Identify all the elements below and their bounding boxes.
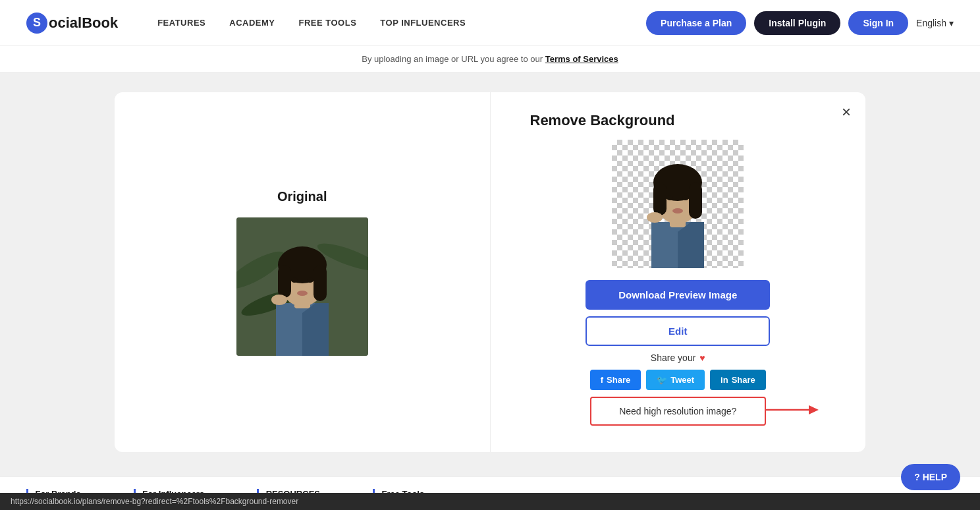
- share-section: Share your ♥ f Share 🐦 Tweet in Share: [590, 353, 766, 426]
- sign-in-button[interactable]: Sign In: [848, 11, 908, 35]
- svg-point-27: [647, 212, 663, 223]
- svg-rect-20: [653, 183, 667, 215]
- edit-button[interactable]: Edit: [585, 316, 770, 346]
- nav-features[interactable]: FEATURES: [157, 18, 205, 28]
- nav-right: Purchase a Plan Install Plugin Sign In E…: [646, 11, 954, 35]
- twitter-icon: 🐦: [657, 375, 667, 385]
- close-button[interactable]: ×: [842, 104, 851, 120]
- original-panel: Original: [115, 92, 490, 452]
- arrow-annotation: [759, 397, 819, 426]
- language-label: English: [916, 18, 946, 28]
- remove-bg-title: Remove Background: [530, 112, 675, 129]
- install-plugin-button[interactable]: Install Plugin: [754, 11, 840, 35]
- svg-marker-14: [302, 303, 329, 356]
- facebook-share-button[interactable]: f Share: [590, 370, 641, 390]
- linkedin-icon: in: [721, 375, 728, 385]
- main-content: Original: [0, 72, 980, 510]
- facebook-share-label: Share: [607, 375, 630, 385]
- svg-rect-9: [313, 265, 327, 301]
- facebook-icon: f: [601, 375, 603, 385]
- chevron-down-icon: ▾: [949, 18, 954, 28]
- svg-point-23: [682, 195, 689, 200]
- linkedin-share-button[interactable]: in Share: [710, 370, 766, 390]
- svg-point-24: [672, 208, 683, 213]
- main-header: S ocialBook FEATURES ACADEMY FREE TOOLS …: [0, 0, 980, 46]
- share-text: Share your: [651, 353, 695, 363]
- language-selector[interactable]: English ▾: [916, 18, 954, 28]
- modal-card: Original: [115, 92, 865, 452]
- original-image: [236, 217, 368, 356]
- svg-rect-8: [278, 265, 291, 298]
- twitter-share-label: Tweet: [670, 375, 694, 385]
- status-bar: https://socialbook.io/plans/remove-bg?re…: [0, 493, 980, 510]
- share-label: Share your ♥: [651, 353, 705, 363]
- result-image-container: [612, 140, 744, 268]
- svg-point-11: [307, 277, 313, 283]
- checkerboard-bg: [612, 140, 744, 268]
- nav-top-influencers[interactable]: TOP INFLUENCERS: [380, 18, 466, 28]
- svg-marker-25: [651, 222, 678, 268]
- svg-marker-29: [809, 405, 819, 414]
- svg-marker-26: [678, 222, 704, 268]
- original-label: Original: [277, 189, 327, 204]
- subheader-text: By uploading an image or URL you agree t…: [362, 54, 543, 64]
- status-url: https://socialbook.io/plans/remove-bg?re…: [11, 497, 298, 506]
- svg-point-15: [271, 295, 287, 305]
- nav-academy[interactable]: ACADEMY: [229, 18, 275, 28]
- help-button[interactable]: ? HELP: [901, 464, 960, 490]
- svg-rect-21: [689, 183, 702, 219]
- hi-res-button[interactable]: Need high resolution image?: [590, 397, 766, 426]
- linkedin-share-label: Share: [732, 375, 755, 385]
- heart-icon: ♥: [699, 353, 705, 363]
- logo-icon: S: [26, 13, 47, 34]
- result-panel: × Remove Background: [491, 92, 866, 452]
- logo[interactable]: S ocialBook: [26, 13, 118, 34]
- terms-link[interactable]: Terms of Services: [545, 54, 618, 64]
- action-buttons: Download Preview Image Edit: [585, 280, 770, 346]
- main-nav: FEATURES ACADEMY FREE TOOLS TOP INFLUENC…: [157, 18, 646, 28]
- svg-marker-13: [276, 303, 302, 356]
- svg-point-12: [297, 291, 308, 296]
- nav-free-tools[interactable]: FREE TOOLS: [298, 18, 356, 28]
- logo-text: ocialBook: [49, 14, 118, 32]
- share-buttons: f Share 🐦 Tweet in Share: [590, 370, 766, 390]
- subheader-bar: By uploading an image or URL you agree t…: [0, 46, 980, 72]
- download-preview-button[interactable]: Download Preview Image: [585, 280, 770, 310]
- hi-res-container: Need high resolution image?: [590, 397, 766, 426]
- twitter-share-button[interactable]: 🐦 Tweet: [646, 370, 705, 390]
- purchase-plan-button[interactable]: Purchase a Plan: [646, 11, 746, 35]
- svg-point-10: [291, 277, 298, 283]
- svg-point-22: [667, 195, 673, 200]
